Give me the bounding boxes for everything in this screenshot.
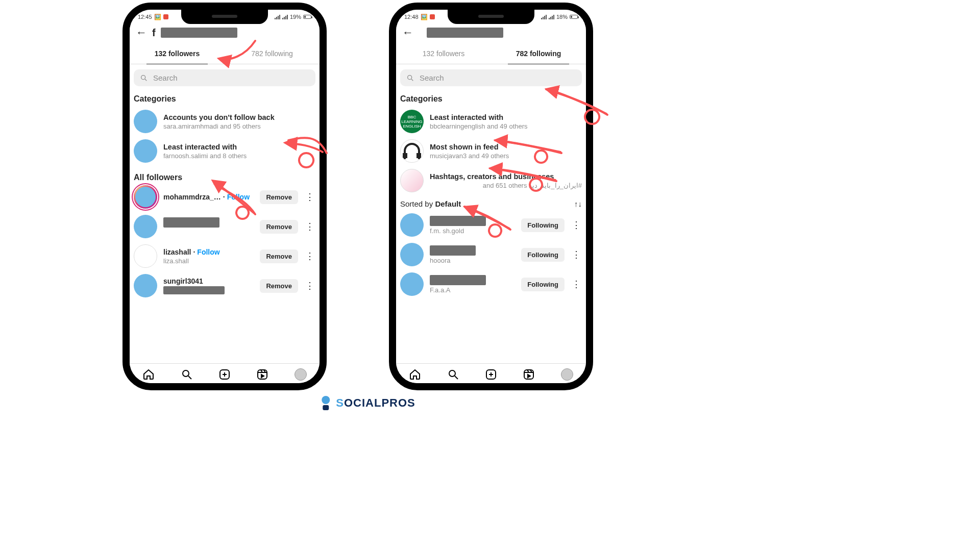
sorted-by-label: Sorted by [400,199,435,208]
battery-percent: 19% [290,14,301,20]
tab-followers[interactable]: 132 followers [396,44,491,64]
reels-icon[interactable] [256,368,269,381]
category-subtitle: #ایران_را_باید_دید and 651 others [430,182,582,189]
separator-dot: · [223,193,225,201]
person-row[interactable]: mohammdrza_… · Follow Remove ⋮ [134,182,315,212]
avatar[interactable] [134,185,157,209]
segmented-tabs: 132 followers 782 following [396,44,586,64]
following-button[interactable]: Following [521,278,565,291]
svg-line-3 [188,376,191,379]
home-icon[interactable] [142,368,155,381]
avatar[interactable] [400,272,424,296]
person-row[interactable]: lizashall · Follow liza.shall Remove ⋮ [134,241,315,271]
avatar[interactable] [400,243,424,266]
new-post-icon[interactable] [218,368,231,381]
search-nav-icon[interactable] [447,368,460,381]
person-subtitle: liza.shall [163,257,254,265]
following-button[interactable]: Following [521,248,565,262]
sort-row[interactable]: Sorted by Default ↑↓ [400,199,582,208]
title-row: ← [400,23,582,41]
home-icon[interactable] [408,368,422,381]
category-row[interactable]: Accounts you don't follow back sara.amir… [134,107,315,136]
battery-percent: 18% [556,14,568,20]
profile-nav-icon[interactable] [560,368,574,381]
person-row[interactable]: Remove ⋮ [134,212,315,241]
category-title: Least interacted with [163,143,315,151]
sort-icon[interactable]: ↑↓ [574,199,582,208]
search-input[interactable]: Search [400,69,582,86]
person-row[interactable]: F.a.a.A Following ⋮ [400,269,582,299]
battery-icon [303,15,311,19]
svg-point-10 [449,370,455,377]
back-icon[interactable]: ← [136,26,147,39]
canvas: 12:45 🖼️ 19% ← f 132 followers 782 fo [0,0,735,413]
svg-line-1 [145,79,146,81]
separator-dot: · [193,248,195,256]
svg-point-8 [408,75,412,79]
person-subtitle: hooora [430,257,515,264]
screen-left: 12:45 🖼️ 19% ← f 132 followers 782 fo [130,10,320,383]
photo-icon: 🖼️ [421,14,428,20]
following-button[interactable]: Following [521,218,565,232]
username-redacted-bar [427,28,503,38]
search-placeholder: Search [153,73,178,82]
new-post-icon[interactable] [484,368,498,381]
avatar[interactable] [400,213,424,237]
category-title: Least interacted with [430,113,582,121]
person-username: lizashall [163,248,191,256]
username-redacted-bar [430,245,476,256]
signal-icon [541,14,547,19]
avatar[interactable] [134,274,157,297]
signal-icon [275,14,280,19]
kebab-icon[interactable]: ⋮ [304,221,315,232]
status-time: 12:48 [404,14,419,20]
category-row[interactable]: Least interacted with farnoosh.salimi an… [134,136,315,166]
avatar[interactable] [134,215,157,238]
search-input[interactable]: Search [134,69,315,86]
person-subtitle [163,229,254,236]
tab-followers[interactable]: 132 followers [130,44,225,64]
person-row[interactable]: hooora Following ⋮ [400,240,582,269]
category-avatar [134,139,157,163]
avatar[interactable] [134,244,157,268]
person-row[interactable]: sungirl3041 Remove ⋮ [134,271,315,300]
bottom-nav [130,363,320,383]
remove-button[interactable]: Remove [260,220,298,234]
sorted-by-value: Default [435,199,461,208]
svg-line-11 [455,376,458,379]
kebab-icon[interactable]: ⋮ [304,280,315,291]
follow-link[interactable]: Follow [227,193,250,201]
search-nav-icon[interactable] [180,368,193,381]
svg-rect-7 [258,370,267,379]
all-followers-heading: All followers [134,173,315,182]
remove-button[interactable]: Remove [260,249,298,263]
tab-following[interactable]: 782 following [225,44,320,64]
person-row[interactable]: f.m. sh.gold Following ⋮ [400,210,582,240]
battery-icon [570,15,578,19]
brand-footer: SSOCIALPROSOCIALPROS [320,396,415,410]
bottom-nav [396,363,586,383]
remove-button[interactable]: Remove [260,279,298,293]
search-placeholder: Search [420,73,444,82]
categories-heading: Categories [134,94,315,104]
tab-following[interactable]: 782 following [491,44,586,64]
person-username: mohammdrza_… [163,193,221,201]
kebab-icon[interactable]: ⋮ [571,249,582,260]
kebab-icon[interactable]: ⋮ [571,279,582,290]
kebab-icon[interactable]: ⋮ [571,219,582,231]
kebab-icon[interactable]: ⋮ [304,251,315,262]
category-subtitle: farnoosh.salimi and 8 others [163,152,315,160]
category-row[interactable]: Most shown in feed musicjavan3 and 49 ot… [400,136,582,166]
follow-link[interactable]: Follow [197,248,219,256]
username-redacted-bar [161,28,237,38]
person-username: sungirl3041 [163,277,203,285]
back-icon[interactable]: ← [402,26,413,39]
profile-nav-icon[interactable] [294,368,307,381]
notch [181,9,268,24]
remove-button[interactable]: Remove [260,190,298,204]
subtitle-redacted-bar [163,286,225,294]
reels-icon[interactable] [522,368,535,381]
kebab-icon[interactable]: ⋮ [304,191,315,203]
category-row[interactable]: BBCLEARNINGENGLISH Least interacted with… [400,107,582,136]
category-row[interactable]: Hashtags, creators and businesses #ایران… [400,166,582,195]
